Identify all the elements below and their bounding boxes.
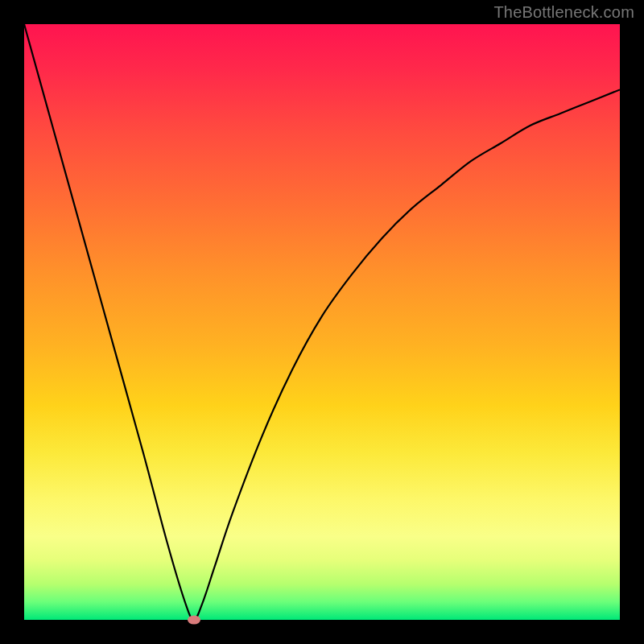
plot-area <box>24 24 620 620</box>
optimal-point-marker <box>188 616 200 625</box>
bottleneck-curve <box>24 24 620 620</box>
chart-frame: TheBottleneck.com <box>0 0 644 644</box>
curve-svg <box>24 24 620 620</box>
attribution-text: TheBottleneck.com <box>493 3 634 22</box>
